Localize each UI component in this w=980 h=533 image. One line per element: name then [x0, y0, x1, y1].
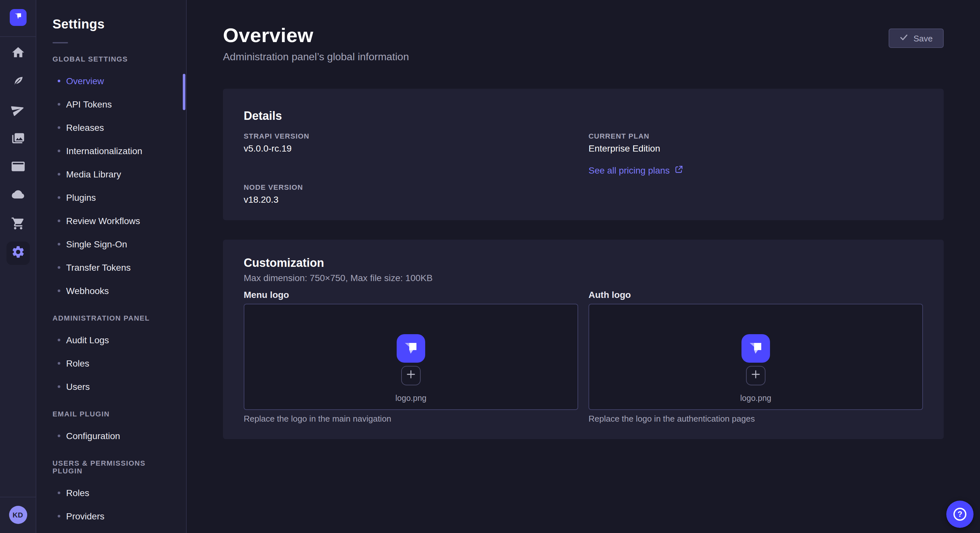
cards-stack: Details STRAPI VERSION v5.0.0-rc.19 NODE…	[223, 89, 944, 439]
cloud-icon	[11, 188, 25, 205]
menu-logo-hint: Replace the logo in the main navigation	[244, 414, 578, 424]
home-icon	[11, 45, 25, 62]
subnav-header: Settings	[36, 0, 186, 43]
subnav-title-divider	[52, 42, 68, 43]
bullet-icon	[58, 80, 60, 82]
auth-logo-upload-box[interactable]: logo.png	[589, 304, 923, 410]
content-manager-nav-button[interactable]	[6, 156, 30, 179]
help-button[interactable]: ?	[946, 501, 974, 528]
sidebar-item-users[interactable]: Users	[36, 375, 186, 398]
sidebar-item-overview[interactable]: Overview	[36, 69, 186, 93]
sidebar-item-audit-logs[interactable]: Audit Logs	[36, 328, 186, 352]
bullet-icon	[58, 219, 60, 222]
sidebar-item-label: API Tokens	[66, 99, 112, 109]
rail-bottom: KD	[0, 497, 36, 533]
sidebar-section-label-users-permissions-plugin: USERS & PERMISSIONS PLUGIN	[52, 459, 170, 475]
sidebar-item-label: Configuration	[66, 431, 120, 441]
sidebar-item-configuration[interactable]: Configuration	[36, 424, 186, 447]
user-avatar[interactable]: KD	[9, 506, 27, 524]
plus-icon	[751, 370, 760, 381]
settings-gear-icon	[11, 245, 25, 262]
sidebar-item-label: Releases	[66, 122, 104, 133]
save-button[interactable]: Save	[889, 29, 944, 48]
bullet-icon	[58, 196, 60, 199]
current-plan-value: Enterprise Edition	[589, 143, 923, 154]
media-library-icon	[11, 131, 25, 148]
strapi-version-value: v5.0.0-rc.19	[244, 143, 578, 154]
auth-logo-label: Auth logo	[589, 289, 923, 300]
sidebar-section-items: Audit LogsRolesUsers	[36, 328, 186, 398]
deploy-nav-button[interactable]	[6, 99, 30, 122]
details-grid: STRAPI VERSION v5.0.0-rc.19 NODE VERSION…	[244, 132, 923, 205]
marketplace-nav-button[interactable]	[6, 213, 30, 236]
subnav-section-list: GLOBAL SETTINGSOverviewAPI TokensRelease…	[36, 55, 186, 533]
details-heading: Details	[244, 109, 923, 123]
bullet-icon	[58, 150, 60, 152]
strapi-version-label: STRAPI VERSION	[244, 132, 578, 140]
menu-logo-input: Menu logo	[244, 289, 578, 424]
sidebar-item-releases[interactable]: Releases	[36, 116, 186, 139]
strapi-version-field: STRAPI VERSION v5.0.0-rc.19	[244, 132, 578, 154]
page-subtitle: Administration panel’s global informatio…	[223, 51, 409, 63]
auth-logo-input: Auth logo	[589, 289, 923, 424]
node-version-field: NODE VERSION v18.20.3	[244, 183, 578, 205]
bullet-icon	[58, 385, 60, 388]
auth-logo-add-button[interactable]	[746, 366, 765, 385]
bullet-icon	[58, 173, 60, 176]
check-icon	[900, 33, 908, 43]
sidebar-item-api-tokens[interactable]: API Tokens	[36, 93, 186, 116]
page-header: Overview Administration panel’s global i…	[223, 23, 944, 63]
sidebar-item-providers[interactable]: Providers	[36, 504, 186, 528]
strapi-logo-button[interactable]	[10, 9, 26, 26]
sidebar-item-media-library[interactable]: Media Library	[36, 163, 186, 186]
pricing-link-label: See all pricing plans	[589, 165, 670, 176]
sidebar-item-transfer-tokens[interactable]: Transfer Tokens	[36, 256, 186, 279]
bullet-icon	[58, 515, 60, 517]
settings-subnav: Settings GLOBAL SETTINGSOverviewAPI Toke…	[36, 0, 187, 533]
sidebar-section-label-global-settings: GLOBAL SETTINGS	[52, 55, 170, 63]
bullet-icon	[58, 266, 60, 269]
sidebar-item-single-sign-on[interactable]: Single Sign-On	[36, 233, 186, 256]
auth-logo-hint: Replace the logo in the authentication p…	[589, 414, 923, 424]
sidebar-item-label: Internationalization	[66, 146, 142, 156]
pricing-plans-link[interactable]: See all pricing plans	[589, 165, 684, 176]
details-left-column: STRAPI VERSION v5.0.0-rc.19 NODE VERSION…	[244, 132, 578, 205]
logo-inputs-grid: Menu logo	[244, 289, 923, 424]
sidebar-item-label: Roles	[66, 358, 89, 368]
sidebar-item-label: Users	[66, 381, 90, 392]
customization-card: Customization Max dimension: 750×750, Ma…	[223, 240, 944, 439]
cloud-nav-button[interactable]	[6, 185, 30, 208]
sidebar-item-review-workflows[interactable]: Review Workflows	[36, 209, 186, 233]
bullet-icon	[58, 243, 60, 246]
sidebar-item-roles[interactable]: Roles	[36, 352, 186, 375]
settings-nav-button[interactable]	[6, 241, 30, 265]
bullet-icon	[58, 289, 60, 292]
sidebar-item-label: Audit Logs	[66, 335, 109, 345]
media-library-nav-button[interactable]	[6, 128, 30, 151]
question-mark-icon: ?	[953, 508, 966, 521]
node-version-value: v18.20.3	[244, 194, 578, 205]
menu-logo-file-name: logo.png	[395, 394, 426, 403]
sidebar-item-plugins[interactable]: Plugins	[36, 186, 186, 209]
details-card: Details STRAPI VERSION v5.0.0-rc.19 NODE…	[223, 89, 944, 220]
plus-icon	[406, 370, 415, 381]
sidebar-item-roles[interactable]: Roles	[36, 481, 186, 504]
strapi-logo-icon	[12, 10, 24, 25]
home-nav-button[interactable]	[6, 42, 30, 65]
menu-logo-upload-box[interactable]: logo.png	[244, 304, 578, 410]
sidebar-item-internationalization[interactable]: Internationalization	[36, 139, 186, 163]
current-plan-field: CURRENT PLAN Enterprise Edition	[589, 132, 923, 154]
bullet-icon	[58, 103, 60, 106]
sidebar-item-webhooks[interactable]: Webhooks	[36, 279, 186, 303]
menu-logo-add-button[interactable]	[401, 366, 421, 385]
strapi-admin-app: KD Settings GLOBAL SETTINGSOverviewAPI T…	[0, 0, 980, 533]
customization-subtitle: Max dimension: 750×750, Max file size: 1…	[244, 273, 923, 283]
subnav-title: Settings	[52, 17, 170, 32]
subnav-scrollbar-thumb[interactable]	[183, 74, 185, 110]
bullet-icon	[58, 492, 60, 494]
feather-icon	[11, 74, 25, 90]
content-builder-nav-button[interactable]	[6, 71, 30, 94]
paper-plane-icon	[11, 102, 25, 119]
sidebar-item-label: Overview	[66, 76, 104, 86]
sidebar-item-label: Transfer Tokens	[66, 262, 130, 273]
